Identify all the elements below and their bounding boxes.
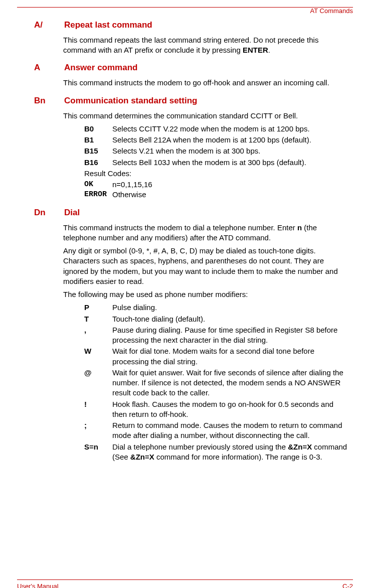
text: command for more information). The range…	[154, 453, 322, 461]
text: Dial a telephone number previously store…	[112, 443, 288, 451]
footer-left: User's Manual	[17, 582, 59, 588]
row-value: Hook flash. Causes the modem to go on-ho…	[112, 399, 348, 420]
row-value: Dial a telephone number previously store…	[112, 442, 348, 463]
text: .	[268, 46, 270, 54]
section-dn: Dn Dial This command instructs the modem…	[34, 207, 348, 462]
table-row: B0Selects CCITT V.22 mode when the modem…	[84, 124, 348, 134]
row-key: S=n	[84, 442, 112, 452]
row-key: T	[84, 314, 112, 324]
cmd-title: Communication standard setting	[64, 95, 197, 107]
dn-table: PPulse dialing. TTouch-tone dialing (def…	[84, 303, 348, 462]
table-row: ,Pause during dialing. Pause for time sp…	[84, 325, 348, 346]
paragraph: Any digit or symbol (0-9, *, #, A, B, C,…	[63, 246, 348, 286]
section-heading: A/ Repeat last command	[34, 20, 348, 31]
cmd-ref: &Zn=X	[288, 443, 312, 451]
row-value: Pulse dialing.	[112, 303, 348, 313]
cmd-title: Dial	[64, 207, 80, 219]
result-code-row: OKn=0,1,15,16	[84, 180, 348, 190]
rc-key: ERROR	[84, 190, 112, 200]
row-value: Selects Bell 212A when the modem is at 1…	[112, 135, 348, 145]
table-row: PPulse dialing.	[84, 303, 348, 313]
section-heading: Bn Communication standard setting	[34, 95, 348, 107]
row-key: W	[84, 346, 112, 356]
row-value: Selects Bell 103J when the modem is at 3…	[112, 158, 348, 168]
section-body: This command determines the communicatio…	[63, 111, 348, 121]
page: AT Commands A/ Repeat last command This …	[0, 7, 370, 588]
content: A/ Repeat last command This command repe…	[17, 8, 353, 462]
table-row: WWait for dial tone. Modem waits for a s…	[84, 346, 348, 367]
paragraph: The following may be used as phone numbe…	[63, 289, 348, 300]
row-value: Selects V.21 when the modem is at 300 bp…	[112, 146, 348, 156]
table-row: TTouch-tone dialing (default).	[84, 314, 348, 324]
bottom-rule	[17, 579, 353, 580]
table-row: S=n Dial a telephone number previously s…	[84, 442, 348, 463]
paragraph: This command repeats the last command st…	[63, 35, 348, 56]
section-heading: Dn Dial	[34, 207, 348, 219]
row-key: @	[84, 368, 112, 378]
cmd-symbol: A	[34, 62, 54, 74]
result-codes-label: Result Codes:	[84, 169, 348, 179]
paragraph: This command determines the communicatio…	[63, 111, 348, 121]
key-enter: ENTER	[243, 46, 268, 54]
rc-value: Otherwise	[112, 190, 348, 200]
row-key: ;	[84, 420, 112, 430]
table-row: @Wait for quiet answer. Wait for five se…	[84, 368, 348, 398]
paragraph: This command instructs the modem to dial…	[63, 223, 348, 243]
text: This command instructs the modem to dial…	[63, 223, 297, 232]
row-value: Selects CCITT V.22 mode when the modem i…	[112, 124, 348, 134]
cmd-symbol: A/	[34, 20, 54, 31]
row-key: !	[84, 399, 112, 409]
bn-table: B0Selects CCITT V.22 mode when the modem…	[84, 124, 348, 168]
rc-key: OK	[84, 180, 112, 190]
section-bn: Bn Communication standard setting This c…	[34, 95, 348, 200]
row-key: ,	[84, 325, 112, 335]
result-code-row: ERROROtherwise	[84, 190, 348, 200]
var-n: n	[297, 223, 302, 232]
section-body: This command instructs the modem to dial…	[63, 223, 348, 300]
table-row: !Hook flash. Causes the modem to go on-h…	[84, 399, 348, 420]
rc-value: n=0,1,15,16	[112, 180, 348, 190]
row-key: B0	[84, 124, 112, 134]
cmd-title: Answer command	[64, 62, 137, 74]
footer-right: C-2	[342, 582, 353, 588]
text: This command repeats the last command st…	[63, 36, 318, 54]
section-repeat-last: A/ Repeat last command This command repe…	[34, 20, 348, 55]
cmd-symbol: Dn	[34, 207, 54, 219]
row-value: Return to command mode. Causes the modem…	[112, 420, 348, 441]
row-value: Pause during dialing. Pause for time spe…	[112, 325, 348, 346]
row-key: B1	[84, 135, 112, 145]
row-value: Wait for dial tone. Modem waits for a se…	[112, 346, 348, 367]
section-heading: A Answer command	[34, 62, 348, 74]
section-answer: A Answer command This command instructs …	[34, 62, 348, 88]
table-row: B1Selects Bell 212A when the modem is at…	[84, 135, 348, 145]
row-value: Wait for quiet answer. Wait for five sec…	[112, 368, 348, 398]
row-key: B15	[84, 146, 112, 156]
table-row: B15Selects V.21 when the modem is at 300…	[84, 146, 348, 156]
cmd-ref: &Zn=X	[130, 453, 154, 461]
row-key: B16	[84, 158, 112, 168]
section-body: This command repeats the last command st…	[63, 35, 348, 56]
header-title: AT Commands	[310, 7, 353, 15]
row-key: P	[84, 303, 112, 313]
table-row: B16Selects Bell 103J when the modem is a…	[84, 158, 348, 168]
cmd-symbol: Bn	[34, 95, 54, 107]
table-row: ;Return to command mode. Causes the mode…	[84, 420, 348, 441]
paragraph: This command instructs the modem to go o…	[63, 78, 348, 88]
section-body: This command instructs the modem to go o…	[63, 78, 348, 88]
row-value: Touch-tone dialing (default).	[112, 314, 348, 324]
cmd-title: Repeat last command	[64, 20, 152, 31]
